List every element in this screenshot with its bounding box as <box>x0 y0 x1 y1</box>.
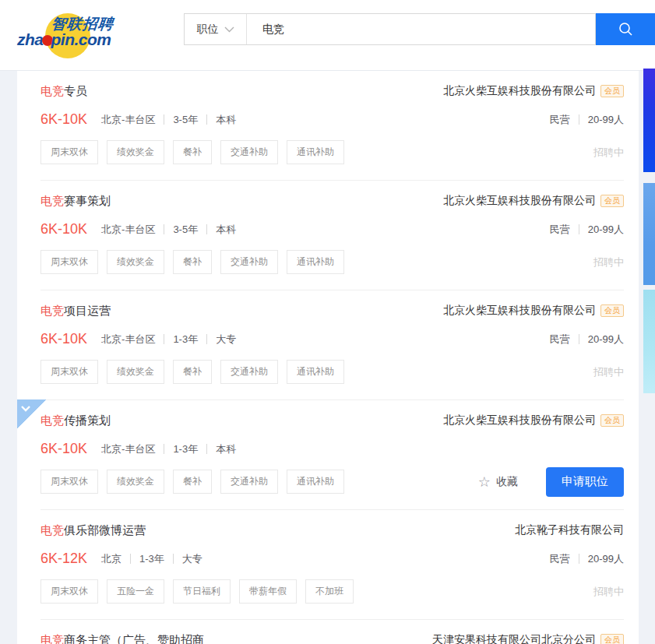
company-type: 民营 <box>550 223 570 237</box>
job-title-rest: 专员 <box>64 84 87 97</box>
job-title[interactable]: 电竞赛事策划 <box>40 194 111 209</box>
recruiting-status: 招聘中 <box>593 146 624 160</box>
check-icon <box>19 401 33 415</box>
recruiting-status: 招聘中 <box>593 585 624 599</box>
divider <box>206 224 207 234</box>
benefit-tag: 交通补助 <box>220 470 278 494</box>
header: 智联招聘 zhapin.com 职位 <box>0 0 655 71</box>
job-education: 本科 <box>216 223 236 237</box>
job-card-hovered[interactable]: 电竞传播策划 北京火柴互娱科技股份有限公司 会员 6K-10K 北京-丰台区 1… <box>40 399 624 509</box>
job-title-rest: 传播策划 <box>64 413 111 427</box>
divider <box>579 334 579 344</box>
benefit-tag: 周末双休 <box>40 140 98 164</box>
company-name[interactable]: 北京火柴互娱科技股份有限公司 <box>443 84 596 98</box>
job-location: 北京-丰台区 <box>101 333 155 347</box>
salary: 6K-12K <box>40 551 87 567</box>
benefit-tag: 周末双休 <box>40 579 98 604</box>
member-badge: 会员 <box>600 304 624 317</box>
benefit-tag: 通讯补助 <box>287 140 344 164</box>
job-experience: 1-3年 <box>139 552 164 566</box>
benefit-tag: 餐补 <box>173 140 212 164</box>
company-name[interactable]: 北京火柴互娱科技股份有限公司 <box>443 194 596 208</box>
job-title-rest: 商务主管（广告、赞助招商 <box>64 633 204 644</box>
member-badge: 会员 <box>600 195 624 207</box>
divider <box>173 554 174 564</box>
divider <box>579 554 579 564</box>
job-title[interactable]: 电竞俱乐部微博运营 <box>40 523 146 538</box>
divider <box>206 444 207 454</box>
member-badge: 会员 <box>600 85 624 97</box>
company-name[interactable]: 天津安果科技有限公司北京分公司 <box>432 633 596 644</box>
job-card[interactable]: 电竞专员 北京火柴互娱科技股份有限公司 会员 6K-10K 北京-丰台区 3-5… <box>40 71 624 180</box>
job-title-rest: 项目运营 <box>64 304 111 317</box>
search-input[interactable] <box>247 14 595 44</box>
divider <box>130 554 131 564</box>
divider <box>164 444 164 454</box>
logo-latin-text: zhapin.com <box>17 30 111 49</box>
search-bar: 职位 <box>184 13 655 45</box>
salary: 6K-10K <box>40 441 87 457</box>
company-type: 民营 <box>550 333 570 347</box>
floating-widget-bar-light-cyan[interactable] <box>643 290 655 393</box>
benefit-tag: 节日福利 <box>173 579 231 604</box>
search-category-label: 职位 <box>197 23 219 37</box>
job-experience: 3-5年 <box>173 113 198 127</box>
job-title[interactable]: 电竞专员 <box>40 84 87 99</box>
divider <box>164 114 164 125</box>
divider <box>206 334 207 344</box>
salary: 6K-10K <box>40 331 87 347</box>
divider <box>579 114 579 125</box>
benefit-tag: 绩效奖金 <box>107 250 164 274</box>
job-location: 北京-丰台区 <box>101 113 155 127</box>
benefit-tag: 餐补 <box>173 250 212 274</box>
company-size: 20-99人 <box>588 333 624 347</box>
job-experience: 1-3年 <box>173 442 198 456</box>
floating-widget-bar-medium-blue[interactable] <box>643 183 655 285</box>
job-experience: 3-5年 <box>173 223 198 237</box>
benefit-tag: 交通补助 <box>220 250 278 274</box>
job-card[interactable]: 电竞商务主管（广告、赞助招商 天津安果科技有限公司北京分公司 会员 <box>40 619 624 644</box>
selected-corner-badge <box>17 399 46 428</box>
star-icon: ☆ <box>478 475 491 489</box>
job-title-highlight: 电竞 <box>40 84 64 97</box>
company-type: 民营 <box>550 113 570 127</box>
job-title[interactable]: 电竞传播策划 <box>40 413 111 428</box>
company-size: 20-99人 <box>588 113 624 127</box>
search-category-dropdown[interactable]: 职位 <box>185 14 247 44</box>
salary: 6K-10K <box>40 111 87 128</box>
benefit-tag: 绩效奖金 <box>107 470 164 494</box>
zhaopin-logo[interactable]: 智联招聘 zhapin.com <box>17 6 142 65</box>
job-experience: 1-3年 <box>173 333 198 347</box>
favorite-button[interactable]: ☆ 收藏 <box>478 475 518 489</box>
recruiting-status: 招聘中 <box>593 255 624 269</box>
benefit-tag: 周末双休 <box>40 360 98 384</box>
benefit-tag: 不加班 <box>305 579 354 604</box>
company-name[interactable]: 北京火柴互娱科技股份有限公司 <box>443 413 596 428</box>
job-location: 北京-丰台区 <box>101 442 155 456</box>
job-title[interactable]: 电竞项目运营 <box>40 304 111 318</box>
job-title-highlight: 电竞 <box>40 523 64 537</box>
job-location: 北京-丰台区 <box>101 223 155 237</box>
company-size: 20-99人 <box>588 223 624 237</box>
recruiting-status: 招聘中 <box>593 365 624 379</box>
company-name[interactable]: 北京火柴互娱科技股份有限公司 <box>443 304 596 318</box>
job-card[interactable]: 电竞项目运营 北京火柴互娱科技股份有限公司 会员 6K-10K 北京-丰台区 1… <box>40 290 624 399</box>
floating-widget-bar-dark-blue[interactable] <box>643 69 655 172</box>
job-education: 大专 <box>216 333 236 347</box>
apply-button[interactable]: 申请职位 <box>546 467 624 497</box>
job-title-highlight: 电竞 <box>40 304 64 317</box>
benefit-tag: 绩效奖金 <box>107 140 164 164</box>
job-card[interactable]: 电竞俱乐部微博运营 北京靴子科技有限公司 6K-12K 北京 1-3年 大专 民… <box>40 509 624 619</box>
job-title[interactable]: 电竞商务主管（广告、赞助招商 <box>40 633 204 644</box>
job-education: 大专 <box>182 552 202 566</box>
company-name[interactable]: 北京靴子科技有限公司 <box>515 523 624 537</box>
job-education: 本科 <box>216 113 236 127</box>
divider <box>164 334 164 344</box>
favorite-label: 收藏 <box>496 475 518 489</box>
benefit-tag: 通讯补助 <box>287 250 344 274</box>
benefit-tag: 交通补助 <box>220 360 278 384</box>
job-title-highlight: 电竞 <box>40 194 64 207</box>
job-title-rest: 俱乐部微博运营 <box>64 523 146 537</box>
job-card[interactable]: 电竞赛事策划 北京火柴互娱科技股份有限公司 会员 6K-10K 北京-丰台区 3… <box>40 180 624 290</box>
divider <box>579 224 579 234</box>
